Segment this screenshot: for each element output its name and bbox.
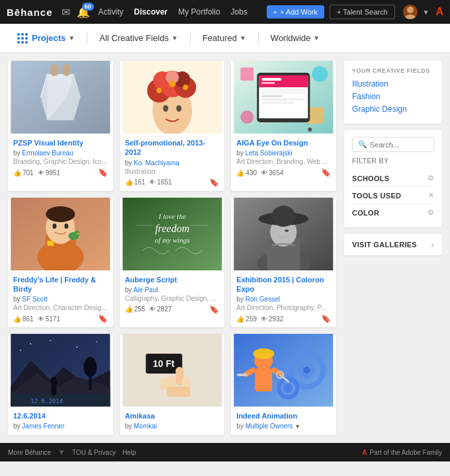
card-title[interactable]: Exhibition 2015 | Coloron Expo xyxy=(236,275,331,294)
svg-point-44 xyxy=(64,223,68,229)
card-image: 12.6.2014 xyxy=(8,334,113,407)
filter-bar: Projects ▼ All Creative Fields ▼ Feature… xyxy=(0,24,450,53)
author-link[interactable]: SF Scott xyxy=(22,296,47,303)
author-link[interactable]: Ko. Machiyama xyxy=(134,159,179,167)
svg-point-69 xyxy=(83,357,97,377)
tools-icon: ✕ xyxy=(428,191,434,200)
nav-discover[interactable]: Discover xyxy=(130,7,172,17)
schools-icon: ⚙ xyxy=(428,174,434,182)
search-box: 🔍 xyxy=(352,137,434,152)
nav-activity[interactable]: Activity xyxy=(95,7,128,17)
svg-point-19 xyxy=(183,85,188,90)
card-title[interactable]: Indeed Animation xyxy=(236,411,331,420)
svg-rect-23 xyxy=(241,67,254,81)
svg-rect-83 xyxy=(167,387,190,397)
svg-text:freedom: freedom xyxy=(155,223,189,235)
talent-search-button[interactable]: + Talent Search xyxy=(330,5,395,19)
svg-rect-89 xyxy=(302,384,312,389)
card-tags: Art Direction, Character Desig... xyxy=(13,304,108,311)
search-input[interactable] xyxy=(370,141,428,149)
save-icon[interactable]: 🔖 xyxy=(98,168,108,177)
project-card[interactable]: I love the freedom of my wings Auberge S… xyxy=(120,198,225,328)
card-tags: Art Direction, Branding, Web ... xyxy=(236,158,331,165)
nav-jobs[interactable]: Jobs xyxy=(227,7,251,17)
author-link[interactable]: Leta Sobierajski xyxy=(246,149,292,157)
svg-point-21 xyxy=(176,105,181,112)
visit-galleries-btn[interactable]: VISIT GALLERIES › xyxy=(344,234,442,255)
project-card[interactable]: Exhibition 2015 | Coloron Expo by Ron Ge… xyxy=(231,198,336,328)
views-stat: 👁 1651 xyxy=(149,178,171,186)
svg-rect-100 xyxy=(238,374,248,376)
project-card[interactable]: 12.6.2014 12.6.2014 by James Fenner xyxy=(8,334,113,435)
svg-rect-48 xyxy=(47,241,54,246)
help-link[interactable]: Help xyxy=(122,449,136,456)
worldwide-filter-btn[interactable]: Worldwide ▼ xyxy=(264,30,326,46)
project-card[interactable]: Indeed Animation by Multiple Owners ▼ xyxy=(231,334,336,435)
eye-icon: 👁 xyxy=(261,315,267,323)
field-fashion[interactable]: Fashion xyxy=(352,92,434,101)
likes-stat: 👍 259 xyxy=(236,315,257,323)
save-icon[interactable]: 🔖 xyxy=(209,305,219,314)
author-link[interactable]: Momkai xyxy=(134,422,157,430)
avatar-chevron[interactable]: ▼ xyxy=(423,9,429,16)
card-image xyxy=(8,198,113,270)
likes-count: 259 xyxy=(246,315,257,323)
card-title[interactable]: 12.6.2014 xyxy=(13,411,108,420)
author-link[interactable]: Multiple Owners xyxy=(246,422,293,430)
more-behance-link[interactable]: More Bēhance xyxy=(8,449,51,456)
mail-icon[interactable]: ✉ xyxy=(62,6,70,19)
svg-rect-49 xyxy=(122,198,222,270)
filter-divider-1 xyxy=(87,32,87,45)
card-title[interactable]: Amikasa xyxy=(125,411,220,420)
svg-point-36 xyxy=(308,128,312,132)
notification-icon[interactable]: 🔔 60 xyxy=(77,6,90,19)
nav-portfolio[interactable]: My Portfolio xyxy=(174,7,224,17)
card-title[interactable]: Auberge Script xyxy=(125,275,220,284)
author-link[interactable]: Ermolaev Bureau xyxy=(22,149,73,157)
projects-filter-btn[interactable]: Projects ▼ xyxy=(11,30,81,47)
save-icon[interactable]: 🔖 xyxy=(321,314,331,323)
filter-color[interactable]: COLOR ⚙ xyxy=(352,204,434,221)
footer-right: A Part of the Adobe Family xyxy=(362,449,442,456)
card-title[interactable]: PZSP Visual Identity xyxy=(13,138,108,147)
save-icon[interactable]: 🔖 xyxy=(209,178,219,187)
card-title[interactable]: Self-promotional, 2013-2012 xyxy=(125,138,220,157)
card-title[interactable]: Freddy's Life | Freddy & Birdy xyxy=(13,275,108,294)
project-card[interactable]: AIGA Eye On Design by Leta Sobierajski A… xyxy=(231,61,336,191)
thumbs-up-icon: 👍 xyxy=(236,315,244,323)
creative-fields-filter-btn[interactable]: All Creative Fields ▼ xyxy=(93,30,185,46)
filter-schools[interactable]: SCHOOLS ⚙ xyxy=(352,170,434,187)
likes-count: 701 xyxy=(22,169,34,177)
save-icon[interactable]: 🔖 xyxy=(98,314,108,323)
featured-filter-btn[interactable]: Featured ▼ xyxy=(196,30,253,46)
project-card[interactable]: Self-promotional, 2013-2012 by Ko. Machi… xyxy=(120,61,225,191)
project-card[interactable]: 10 Ft Amikasa by Momkai xyxy=(120,334,225,435)
dropdown-icon[interactable]: ▼ xyxy=(294,423,300,430)
add-work-button[interactable]: + + Add Work xyxy=(267,5,324,19)
field-graphic-design[interactable]: Graphic Design xyxy=(352,104,434,114)
project-card[interactable]: Freddy's Life | Freddy & Birdy by SF Sco… xyxy=(8,198,113,328)
project-card[interactable]: PZSP Visual Identity by Ermolaev Bureau … xyxy=(8,61,113,191)
thumbs-up-icon: 👍 xyxy=(13,315,21,323)
card-author: by Multiple Owners ▼ xyxy=(236,422,331,430)
svg-text:I love the: I love the xyxy=(158,212,186,220)
save-icon[interactable]: 🔖 xyxy=(321,168,331,177)
behance-logo[interactable]: Bēhance xyxy=(7,7,53,18)
views-stat: 👁 2932 xyxy=(261,315,283,323)
svg-rect-29 xyxy=(259,75,308,87)
filter-tools-used[interactable]: TOOLS USED ✕ xyxy=(352,187,434,204)
author-link[interactable]: James Fenner xyxy=(22,422,64,430)
avatar[interactable] xyxy=(403,5,418,19)
svg-point-70 xyxy=(30,343,31,344)
card-title[interactable]: AIGA Eye On Design xyxy=(236,138,331,147)
card-image: 10 Ft xyxy=(120,334,225,407)
author-link[interactable]: Ron Gessel xyxy=(246,296,280,303)
your-creative-fields-label: YOUR CREATIVE FIELDS xyxy=(352,67,434,74)
filter-divider-2 xyxy=(190,32,191,45)
author-link[interactable]: Ale Paul xyxy=(133,286,158,294)
tou-privacy-link[interactable]: TOU & Privacy xyxy=(72,449,116,456)
adobe-family-text: Part of the Adobe Family xyxy=(369,449,442,456)
schools-label: SCHOOLS xyxy=(352,175,390,182)
svg-point-73 xyxy=(96,341,97,342)
field-illustration[interactable]: Illustration xyxy=(352,79,434,89)
